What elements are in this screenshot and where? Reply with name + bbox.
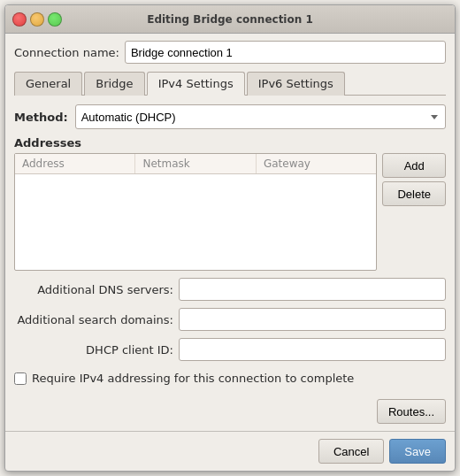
- table-buttons: Add Delete: [382, 153, 446, 271]
- require-ipv4-checkbox[interactable]: [14, 372, 27, 385]
- dhcp-client-id-label: DHCP client ID:: [14, 343, 173, 357]
- col-address: Address: [15, 154, 135, 173]
- addresses-label: Addresses: [14, 136, 446, 150]
- tab-ipv6[interactable]: IPv6 Settings: [247, 72, 345, 96]
- minimize-button[interactable]: [30, 12, 44, 27]
- dhcp-client-id-row: DHCP client ID:: [14, 338, 446, 361]
- ipv4-settings-content: Method: Automatic (DHCP)ManualLink-Local…: [14, 104, 446, 424]
- addresses-section: Addresses Address Netmask Gateway Add De…: [14, 136, 446, 271]
- table-header: Address Netmask Gateway: [15, 154, 376, 174]
- require-ipv4-row: Require IPv4 addressing for this connect…: [14, 372, 446, 385]
- maximize-button[interactable]: [48, 12, 62, 27]
- tab-ipv4[interactable]: IPv4 Settings: [147, 72, 245, 96]
- addresses-table: Address Netmask Gateway: [14, 153, 377, 271]
- search-domains-row: Additional search domains:: [14, 308, 446, 331]
- routes-button[interactable]: Routes...: [377, 399, 446, 424]
- col-gateway: Gateway: [257, 154, 376, 173]
- method-row: Method: Automatic (DHCP)ManualLink-Local…: [14, 104, 446, 129]
- save-button[interactable]: Save: [389, 439, 446, 464]
- dns-servers-label: Additional DNS servers:: [14, 283, 173, 296]
- search-domains-label: Additional search domains:: [14, 313, 173, 326]
- col-netmask: Netmask: [135, 154, 256, 173]
- tab-bridge[interactable]: Bridge: [84, 72, 144, 96]
- tab-bar: General Bridge IPv4 Settings IPv6 Settin…: [14, 71, 446, 96]
- cancel-button[interactable]: Cancel: [318, 439, 384, 464]
- dialog-window: Editing Bridge connection 1 Connection n…: [4, 4, 456, 472]
- window-controls: [12, 12, 62, 27]
- close-button[interactable]: [12, 12, 27, 27]
- connection-name-label: Connection name:: [14, 46, 119, 59]
- connection-name-row: Connection name:: [14, 41, 446, 64]
- require-ipv4-label: Require IPv4 addressing for this connect…: [32, 372, 354, 385]
- titlebar: Editing Bridge connection 1: [5, 5, 455, 34]
- window-title: Editing Bridge connection 1: [147, 13, 313, 26]
- connection-name-input[interactable]: [125, 41, 446, 64]
- dns-servers-row: Additional DNS servers:: [14, 278, 446, 301]
- method-select[interactable]: Automatic (DHCP)ManualLink-Local OnlySha…: [75, 104, 446, 129]
- table-body: [15, 174, 376, 245]
- dhcp-client-id-input[interactable]: [179, 338, 446, 361]
- addresses-table-container: Address Netmask Gateway Add Delete: [14, 153, 446, 271]
- tab-general[interactable]: General: [14, 72, 82, 96]
- dns-servers-input[interactable]: [179, 278, 446, 301]
- bottom-actions: Routes...: [14, 399, 446, 424]
- footer-buttons: Cancel Save: [5, 431, 455, 471]
- method-label: Method:: [14, 111, 68, 124]
- search-domains-input[interactable]: [179, 308, 446, 331]
- add-button[interactable]: Add: [382, 153, 446, 178]
- delete-button[interactable]: Delete: [382, 181, 446, 206]
- dialog-content: Connection name: General Bridge IPv4 Set…: [5, 34, 455, 431]
